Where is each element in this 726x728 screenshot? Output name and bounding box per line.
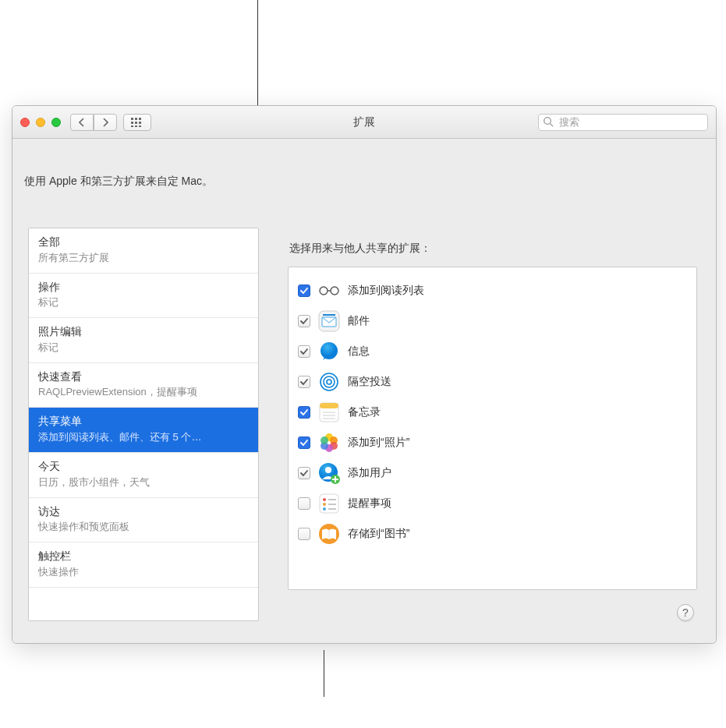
- extension-row: 提醒事项: [298, 488, 687, 518]
- extension-label: 信息: [348, 345, 370, 359]
- intro-text: 使用 Apple 和第三方扩展来自定 Mac。: [24, 175, 213, 189]
- sidebar-item-subtitle: 添加到阅读列表、邮件、还有 5 个…: [38, 430, 249, 444]
- sidebar-item-title: 快速查看: [38, 369, 249, 385]
- svg-point-36: [323, 503, 326, 506]
- extension-label: 邮件: [348, 314, 370, 328]
- sidebar-item-title: 访达: [38, 504, 249, 520]
- airdrop-icon: [318, 371, 340, 393]
- grid-icon: [131, 118, 143, 127]
- sidebar-item[interactable]: 全部所有第三方扩展: [29, 228, 258, 274]
- sidebar-item-title: 今天: [38, 459, 249, 475]
- forward-button[interactable]: [94, 114, 117, 131]
- extension-label: 添加用户: [348, 466, 391, 480]
- sidebar-item-subtitle: RAQLPreviewExtension，提醒事项: [38, 385, 249, 399]
- svg-rect-4: [135, 122, 137, 124]
- svg-rect-6: [131, 125, 133, 127]
- extensions-sidebar: 全部所有第三方扩展操作标记照片编辑标记快速查看RAQLPreviewExtens…: [28, 228, 259, 621]
- preferences-window: 扩展 使用 Apple 和第三方扩展来自定 Mac。 全部所有第三方扩展操作标记…: [12, 105, 717, 644]
- extension-row: 添加到阅读列表: [298, 275, 687, 306]
- sidebar-item[interactable]: 照片编辑标记: [29, 318, 258, 363]
- extension-row: 存储到“图书”: [298, 518, 687, 549]
- extension-checkbox[interactable]: [298, 376, 310, 388]
- sidebar-item-subtitle: 所有第三方扩展: [38, 251, 249, 265]
- sidebar-item[interactable]: 访达快速操作和预览面板: [29, 498, 258, 543]
- extension-checkbox[interactable]: [298, 284, 310, 297]
- extensions-list: 添加到阅读列表邮件信息隔空投送备忘录添加到“照片”添加用户提醒事项存储到“图书”: [288, 267, 697, 590]
- messages-icon: [318, 341, 340, 362]
- notes-icon: [318, 401, 340, 423]
- sidebar-item[interactable]: 共享菜单添加到阅读列表、邮件、还有 5 个…: [29, 408, 258, 453]
- extension-checkbox[interactable]: [298, 406, 310, 419]
- svg-rect-7: [135, 125, 137, 127]
- back-button[interactable]: [70, 114, 94, 131]
- svg-point-16: [327, 380, 331, 384]
- sidebar-item-subtitle: 标记: [38, 341, 249, 355]
- show-all-button[interactable]: [123, 114, 151, 131]
- svg-rect-2: [139, 118, 141, 120]
- svg-point-34: [323, 498, 326, 501]
- svg-rect-20: [320, 403, 338, 408]
- sidebar-item[interactable]: 今天日历，股市小组件，天气: [29, 453, 258, 498]
- extension-checkbox[interactable]: [298, 345, 310, 358]
- svg-point-12: [331, 287, 338, 295]
- sidebar-item-title: 全部: [38, 235, 249, 250]
- svg-rect-5: [139, 122, 141, 124]
- svg-rect-8: [139, 125, 141, 127]
- svg-rect-3: [131, 122, 133, 124]
- traffic-lights: [20, 118, 61, 127]
- zoom-window-button[interactable]: [51, 118, 61, 127]
- help-button[interactable]: ?: [677, 604, 694, 621]
- adduser-icon: [318, 462, 340, 484]
- extension-row: 添加用户: [298, 458, 687, 488]
- chevron-right-icon: [102, 118, 108, 127]
- extension-label: 隔空投送: [348, 375, 391, 389]
- extension-checkbox[interactable]: [298, 467, 310, 479]
- svg-point-11: [320, 287, 328, 295]
- mail-icon: [318, 310, 340, 332]
- extension-row: 邮件: [298, 306, 687, 336]
- extension-label: 添加到阅读列表: [348, 284, 424, 298]
- sidebar-item-subtitle: 日历，股市小组件，天气: [38, 475, 249, 489]
- close-window-button[interactable]: [20, 118, 30, 127]
- extension-label: 存储到“图书”: [348, 527, 409, 541]
- sidebar-item-subtitle: 快速操作和预览面板: [38, 520, 249, 534]
- window-body: 使用 Apple 和第三方扩展来自定 Mac。 全部所有第三方扩展操作标记照片编…: [12, 139, 716, 643]
- extension-row: 隔空投送: [298, 366, 687, 397]
- extension-label: 提醒事项: [348, 497, 391, 511]
- minimize-window-button[interactable]: [36, 118, 45, 127]
- sidebar-item-subtitle: 标记: [38, 295, 249, 309]
- sidebar-item-title: 共享菜单: [38, 414, 249, 429]
- search-field-wrap: [538, 114, 708, 131]
- svg-point-9: [544, 117, 551, 124]
- titlebar: 扩展: [12, 106, 716, 139]
- svg-point-15: [321, 342, 338, 359]
- extension-checkbox[interactable]: [298, 528, 310, 540]
- sidebar-item-title: 操作: [38, 280, 249, 295]
- extension-checkbox[interactable]: [298, 436, 310, 449]
- extension-checkbox[interactable]: [298, 497, 310, 510]
- reminders-icon: [318, 493, 340, 514]
- sidebar-item[interactable]: 触控栏快速操作: [29, 542, 258, 588]
- svg-rect-0: [131, 118, 133, 120]
- main-panel: 选择用来与他人共享的扩展： 添加到阅读列表邮件信息隔空投送备忘录添加到“照片”添…: [274, 228, 699, 620]
- extension-row: 添加到“照片”: [298, 427, 687, 458]
- sidebar-item[interactable]: 快速查看RAQLPreviewExtension，提醒事项: [29, 363, 258, 408]
- question-mark-icon: ?: [682, 606, 689, 619]
- photos-icon: [318, 432, 340, 454]
- sidebar-item[interactable]: 操作标记: [29, 274, 258, 319]
- main-heading: 选择用来与他人共享的扩展：: [289, 242, 431, 256]
- extension-row: 信息: [298, 336, 687, 366]
- search-input[interactable]: [538, 114, 708, 131]
- glasses-icon: [318, 280, 340, 302]
- sidebar-item-subtitle: 快速操作: [38, 565, 249, 579]
- svg-point-29: [321, 436, 328, 444]
- sidebar-item-title: 照片编辑: [38, 324, 249, 340]
- search-icon: [543, 116, 554, 127]
- svg-rect-1: [135, 118, 137, 120]
- extension-label: 备忘录: [348, 405, 381, 419]
- extension-checkbox[interactable]: [298, 315, 310, 327]
- callout-line-2: [324, 650, 324, 697]
- svg-point-38: [323, 507, 326, 511]
- svg-point-31: [325, 467, 331, 473]
- svg-line-10: [551, 123, 554, 126]
